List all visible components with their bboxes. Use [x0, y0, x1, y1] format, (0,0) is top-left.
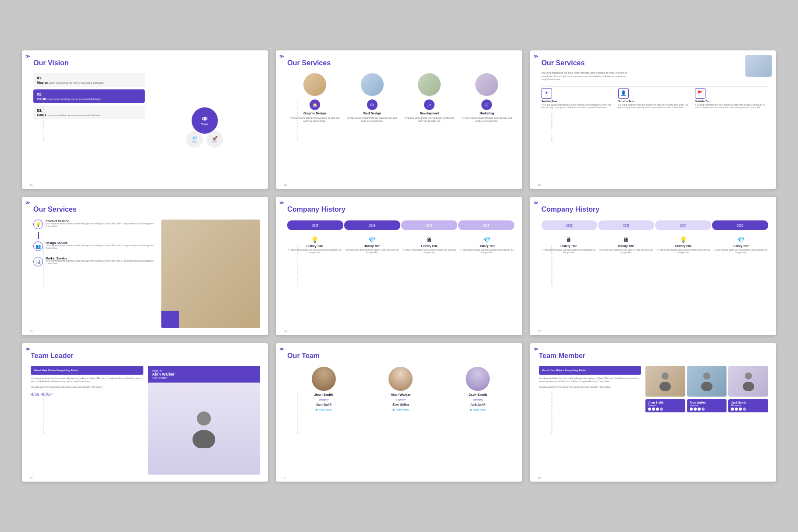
title-accent: Team [302, 352, 320, 359]
service-icon: 🏠 [310, 99, 320, 110]
member-avatar [388, 367, 413, 391]
history-item-3: 🖥 History Title A Peep at some distant O… [402, 236, 457, 255]
service-icon: 👥 [33, 241, 43, 251]
slide-history-2: ≫ Monthly Presentation Template Company … [530, 197, 776, 335]
slide-title: Team Member [539, 352, 768, 360]
member-info-name: Jack Smith [731, 401, 766, 404]
member-left: Good Idea Makes Everything Better. It is… [539, 366, 641, 475]
slide-number: 17 [284, 476, 287, 479]
member-role: Designer [319, 398, 328, 401]
title-plain: Company [287, 206, 321, 213]
title-plain: Our [33, 206, 48, 213]
intro-text: It is a long established fact that a rea… [542, 71, 629, 82]
top-image [745, 55, 772, 77]
history-icon: 💡 [311, 236, 318, 243]
member-info-1: Jhon Smith Designer [645, 399, 685, 412]
dot [735, 408, 738, 411]
history-title: History Title [479, 245, 495, 248]
person-silhouette [191, 409, 217, 448]
leader-desc: It is a long established fact that a rea… [31, 377, 143, 383]
history-item-3: 💡 History Title A Peep at some distant O… [656, 236, 711, 255]
circle-mission: 🚀 Mission [207, 131, 223, 148]
title-accent: History [575, 206, 599, 213]
service-image [418, 73, 441, 96]
slides-grid: ≫ Monthly Presentation Template Our Visi… [22, 50, 776, 481]
title-accent: Services [302, 59, 331, 67]
service-text: A Peep at some distant Orb has power to … [460, 117, 514, 123]
leader-role: Team Leader [152, 376, 256, 379]
dot [739, 408, 742, 411]
history-title: History Title [306, 245, 323, 248]
service-title: Design Service [46, 241, 157, 245]
member-desc: It is a long established fact that a rea… [539, 377, 641, 383]
service-image [361, 73, 384, 96]
slide-number: 15 [538, 330, 541, 333]
slide-label: Monthly Presentation Template [297, 99, 299, 141]
icon-title: Subtitle Text [618, 100, 691, 103]
service-row-2: 👥 Design Service It is a long establishe… [33, 241, 157, 251]
services-layout: 💡 Product Service It is a long establish… [33, 220, 260, 328]
member-photo-3 [728, 366, 768, 397]
service-title: Market Service [46, 257, 157, 260]
leader-extra: text and a search for 'lorem ipsum' will… [31, 386, 143, 389]
year-2019: 2019 [458, 220, 514, 230]
service-title: Product Service [46, 220, 157, 223]
svg-point-4 [703, 372, 710, 379]
member-avatar [312, 367, 336, 391]
history-item-2: 💎 History Title A Peep at some distant O… [345, 236, 399, 255]
history-icon: 💎 [737, 236, 745, 243]
dot [648, 408, 651, 411]
slide-label: Monthly Presentation Template [297, 245, 299, 287]
service-desc: It is a long established fact that a rea… [46, 245, 157, 250]
member-info-role: Marketing [731, 404, 766, 407]
services-photo [161, 220, 260, 328]
history-text: A Peep at some distant Orb has power to … [542, 249, 596, 255]
history-icon: 💎 [483, 236, 491, 243]
member-twitter: 🐦/twitter Name [470, 408, 486, 411]
icon-box: 👤 [618, 88, 629, 99]
member-photo-1 [645, 366, 685, 397]
slide-title: Our Services [287, 59, 514, 67]
slide-number: 18 [538, 476, 541, 479]
history-icon: 🖥 [623, 236, 629, 243]
member-right: Jhon Smith Designer Alon Walker Engineer [645, 366, 768, 475]
title-plain: Our [287, 352, 302, 359]
slide-history-1: ≫ Monthly Presentation Template Company … [276, 197, 522, 335]
svg-point-3 [659, 382, 671, 391]
history-title: History Title [421, 245, 438, 248]
icon-text: It is a long established fact that a rea… [695, 104, 768, 110]
circle-vision: 👁 Vision [192, 107, 218, 134]
member-extra: text and a search for 'lorem ipsum' will… [539, 386, 641, 389]
service-text: A Peep at some distant Orb has power to … [402, 117, 457, 123]
leader-name: Alon Walker [152, 372, 256, 376]
services-grid: 🏠 Graphic Design A Peep at some distant … [287, 73, 514, 182]
logo-mark: ≫ [279, 347, 283, 351]
title-plain: Our [33, 59, 48, 67]
year-2018b: 2018 [401, 220, 457, 230]
slide-services-1: ≫ Monthly Presentation Template Our Serv… [276, 50, 522, 189]
icon-title: Subtitle Text [695, 100, 768, 103]
year-2025: 2025 [712, 220, 768, 230]
history-title: History Title [733, 245, 749, 248]
history-text: A Peep at some distant Orb has power to … [713, 249, 768, 255]
member-photos [645, 366, 768, 397]
logo-mark: ≫ [25, 54, 29, 59]
circle-golas: 💎 Gola's [186, 131, 203, 148]
title-plain: Team [31, 352, 50, 359]
service-icon: 🛒 [481, 99, 492, 110]
dot [694, 408, 697, 411]
dot [743, 408, 746, 411]
slide-number: 16 [30, 476, 33, 479]
timeline-bar-2: 2022 2023 2024 2025 [542, 220, 768, 230]
service-text: A Peep at some distant Orb has power to … [287, 117, 342, 123]
icon-text: It is a long established fact that a rea… [618, 104, 691, 110]
slide-number: 13 [30, 330, 33, 333]
member-name: Jhon Smith [314, 393, 333, 397]
vision-list: 01. Mission Lorem ipsum is that has more… [33, 73, 145, 182]
member-info-name: Alon Walker [690, 401, 724, 404]
svg-point-6 [745, 372, 752, 379]
service-icon: 💡 [33, 220, 43, 229]
dot [690, 408, 693, 411]
member-twitter: 🐦/twitter Name [392, 408, 409, 411]
item-num: 01. [37, 76, 141, 80]
